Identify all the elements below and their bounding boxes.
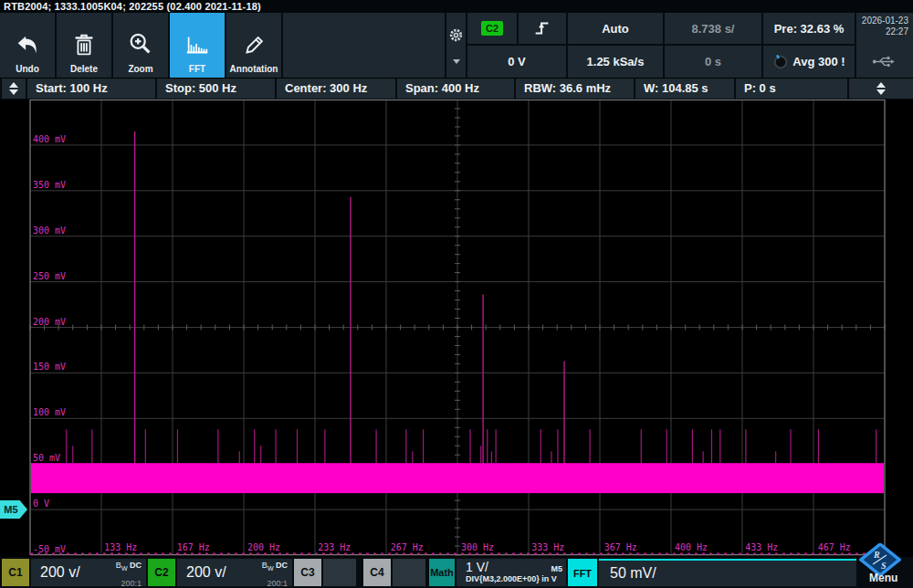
fft-window-field[interactable]: W: 104.85 s xyxy=(635,79,734,99)
device-title: RTB2004; 1333.1005K04; 202255 (02.400 20… xyxy=(4,1,261,12)
usb-icon xyxy=(872,55,896,72)
channel2-settings[interactable]: 200 v/ BW DC 200:1 xyxy=(177,559,292,586)
channel1-settings[interactable]: 200 v/ BW DC 200:1 xyxy=(31,559,146,586)
time-value: 22:27 xyxy=(886,26,908,37)
fft-settings-bar: Start: 100 Hz Stop: 500 Hz Center: 300 H… xyxy=(0,79,913,100)
fft-scale-settings[interactable]: 50 mV/ xyxy=(599,559,856,586)
pretrigger-value: Pre: 32.63 % xyxy=(774,22,845,36)
toolbar-empty-area xyxy=(283,13,445,78)
device-title-bar: RTB2004; 1333.1005K04; 202255 (02.400 20… xyxy=(0,0,913,13)
channel1-badge-label: C1 xyxy=(8,566,22,579)
channel3-badge-label: C3 xyxy=(300,566,314,579)
fft-badge[interactable]: FFT xyxy=(568,559,597,586)
timebase-cell[interactable]: 8.738 s/ xyxy=(665,13,761,44)
pretrigger-cell[interactable]: Pre: 32.63 % xyxy=(763,13,855,44)
oscilloscope-screen: RTB2004; 1333.1005K04; 202255 (02.400 20… xyxy=(0,0,913,588)
svg-text:233 Hz: 233 Hz xyxy=(318,542,351,552)
fft-stop-value: Stop: 500 Hz xyxy=(165,81,236,95)
fft-window-value: W: 104.85 s xyxy=(644,81,708,95)
zoom-label: Zoom xyxy=(128,64,152,74)
channel1-coupling: BW DC xyxy=(116,561,142,570)
updown-arrows-icon xyxy=(876,82,886,95)
datetime-panel[interactable]: 2026-01-23 22:27 xyxy=(856,13,913,78)
trigger-level-cell[interactable]: 0 V xyxy=(467,46,566,78)
fft-position-value: P: 0 s xyxy=(744,81,776,95)
fft-center-field[interactable]: Center: 300 Hz xyxy=(277,79,395,99)
trigger-level-value: 0 V xyxy=(508,55,526,68)
math-scale: 1 V/ xyxy=(466,560,488,574)
svg-text:50 mV: 50 mV xyxy=(33,453,60,463)
svg-text:400 mV: 400 mV xyxy=(33,134,66,144)
svg-text:150 mV: 150 mV xyxy=(33,362,66,372)
fft-span-value: Span: 400 Hz xyxy=(405,81,479,95)
fft-bar-scroll-right[interactable] xyxy=(849,79,913,99)
math-ref-label: M5 xyxy=(551,564,562,573)
fft-scale: 50 mV/ xyxy=(610,565,656,582)
rising-edge-icon xyxy=(532,17,552,40)
zoom-icon xyxy=(127,31,154,62)
fft-rbw-field[interactable]: RBW: 36.6 mHz xyxy=(516,79,634,99)
channel2-badge-label: C2 xyxy=(154,566,168,579)
channel4-badge[interactable]: C4 xyxy=(363,559,391,586)
menu-button[interactable]: Menu xyxy=(869,572,897,584)
pencil-icon xyxy=(240,31,268,62)
math-badge-label: Math xyxy=(430,567,454,578)
top-toolbar: Undo Delete Zoom xyxy=(0,13,913,78)
chevron-down-icon xyxy=(453,59,460,64)
svg-text:R: R xyxy=(873,550,880,560)
annotation-button[interactable]: Annotation xyxy=(226,13,281,78)
undo-button[interactable]: Undo xyxy=(0,13,55,78)
trigger-mode-value: Auto xyxy=(602,22,629,36)
fft-span-field[interactable]: Span: 400 Hz xyxy=(397,79,514,99)
fft-trace-plot[interactable]: 400 mV350 mV300 mV250 mV200 mV150 mV100 … xyxy=(0,100,913,557)
trigger-source-cell[interactable]: C2 xyxy=(467,13,517,44)
sample-rate-cell[interactable]: 1.25 kSa/s xyxy=(568,46,663,78)
svg-text:0 V: 0 V xyxy=(33,499,49,509)
svg-text:200 mV: 200 mV xyxy=(33,317,66,327)
channel2-coupling: BW DC xyxy=(262,561,288,570)
annotation-label: Annotation xyxy=(230,64,278,74)
fft-spectrum-icon xyxy=(184,31,211,62)
acquisition-value: Avg 300 ! xyxy=(792,55,845,68)
timebase-value: 8.738 s/ xyxy=(692,22,735,36)
fft-start-value: Start: 100 Hz xyxy=(36,81,108,95)
math-badge[interactable]: Math xyxy=(429,559,455,586)
svg-text:400 Hz: 400 Hz xyxy=(675,542,708,552)
math-formula: DIV{M3,2.000E+00} in V xyxy=(466,574,562,583)
svg-text:250 mV: 250 mV xyxy=(33,271,66,281)
trigger-mode-cell[interactable]: Auto xyxy=(568,13,663,44)
svg-text:467 Hz: 467 Hz xyxy=(818,542,851,552)
svg-text:350 mV: 350 mV xyxy=(33,180,66,190)
trash-icon xyxy=(70,31,98,62)
fft-start-field[interactable]: Start: 100 Hz xyxy=(27,79,155,99)
updown-arrows-icon xyxy=(9,82,18,95)
svg-text:-50 mV: -50 mV xyxy=(33,544,66,554)
side-settings-strip[interactable] xyxy=(446,13,466,78)
channel3-badge[interactable]: C3 xyxy=(294,559,321,586)
time-offset-cell[interactable]: 0 s xyxy=(665,46,761,78)
trigger-slope-cell[interactable] xyxy=(519,13,566,44)
acquisition-cell[interactable]: Avg 300 ! xyxy=(763,46,855,78)
delete-button[interactable]: Delete xyxy=(57,13,111,78)
svg-text:433 Hz: 433 Hz xyxy=(745,542,778,552)
math-settings[interactable]: 1 V/ M5 DIV{M3,2.000E+00} in V xyxy=(456,559,566,586)
zoom-button[interactable]: Zoom xyxy=(113,13,168,78)
channel2-scale: 200 v/ xyxy=(186,564,226,581)
channel2-badge[interactable]: C2 xyxy=(148,559,175,586)
svg-text:300 Hz: 300 Hz xyxy=(461,542,494,552)
undo-icon xyxy=(14,31,41,62)
channel-bar: C1 200 v/ BW DC 200:1 C2 200 v/ BW DC 20… xyxy=(0,557,913,588)
channel1-probe-ratio: 200:1 xyxy=(121,579,142,588)
fft-stop-field[interactable]: Stop: 500 Hz xyxy=(157,79,275,99)
fft-button[interactable]: FFT xyxy=(170,13,225,78)
channel3-settings[interactable] xyxy=(323,559,356,586)
channel1-badge[interactable]: C1 xyxy=(2,559,29,586)
trigger-source-badge: C2 xyxy=(481,21,503,36)
spectrum-display[interactable]: 400 mV350 mV300 mV250 mV200 mV150 mV100 … xyxy=(0,100,913,557)
channel4-settings[interactable] xyxy=(393,559,425,586)
svg-text:200 Hz: 200 Hz xyxy=(247,542,280,552)
fft-bar-scroll-left[interactable] xyxy=(2,79,26,99)
svg-text:367 Hz: 367 Hz xyxy=(604,542,637,552)
fft-position-field[interactable]: P: 0 s xyxy=(736,79,847,99)
channel2-probe-ratio: 200:1 xyxy=(267,579,288,588)
